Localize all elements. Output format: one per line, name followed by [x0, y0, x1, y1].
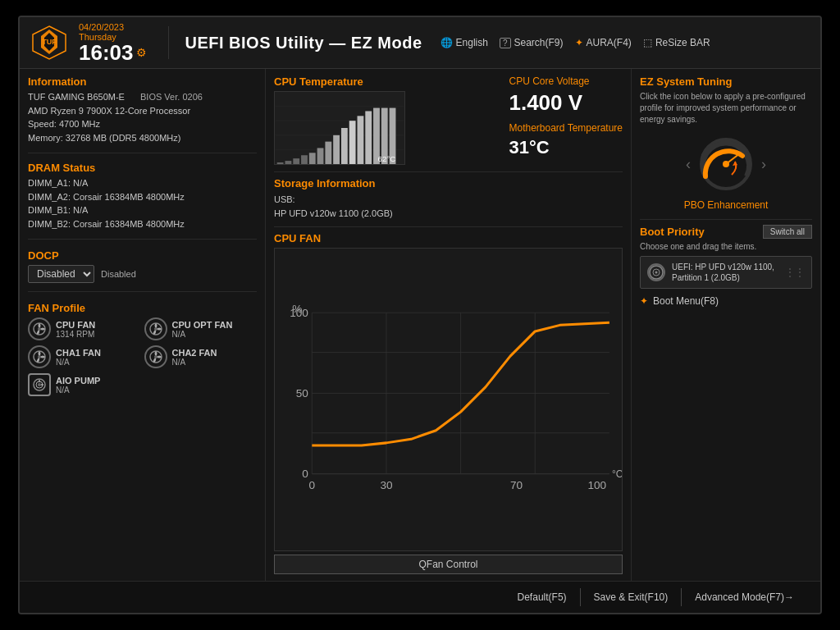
svg-rect-28 — [333, 135, 340, 164]
cpu-opt-fan-icon — [144, 317, 167, 340]
aura-button[interactable]: ✦ AURA(F4) — [575, 37, 632, 48]
svg-text:62°C: 62°C — [378, 154, 396, 163]
fan-item-cha2: CHA2 FAN N/A — [144, 345, 258, 368]
datetime-block: 04/20/2023 Thursday 16:03 ⚙ — [79, 22, 147, 63]
resize-icon: ⬚ — [643, 37, 652, 48]
drag-handle-icon[interactable]: ⋮⋮ — [785, 267, 805, 278]
cpu-temp-title: CPU Temperature — [274, 75, 500, 88]
advanced-mode-button[interactable]: Advanced Mode(F7)→ — [682, 588, 807, 606]
cpu-fan-info: CPU FAN 1314 RPM — [56, 320, 95, 339]
fan-graph-section: CPU FAN — [274, 232, 623, 574]
default-button[interactable]: Default(F5) — [504, 588, 581, 606]
settings-gear-icon[interactable]: ⚙ — [136, 46, 147, 59]
svg-rect-21 — [277, 162, 284, 164]
globe-icon: 🌐 — [441, 37, 453, 48]
fan-profile-section: FAN Profile — [28, 302, 257, 396]
docp-title: DOCP — [28, 249, 257, 262]
cpu-voltage-block: CPU Core Voltage 1.400 V Motherboard Tem… — [509, 75, 623, 165]
save-exit-button[interactable]: Save & Exit(F10) — [581, 588, 682, 606]
cha1-fan-info: CHA1 FAN N/A — [56, 348, 101, 367]
svg-point-63 — [655, 272, 658, 274]
info-speed: Speed: 4700 MHz — [28, 117, 257, 131]
svg-text:°C: °C — [612, 468, 622, 480]
cpu-temp-graph: 62°C — [274, 91, 405, 165]
svg-rect-23 — [293, 158, 299, 164]
aio-pump-info: AIO PUMP N/A — [56, 376, 100, 395]
svg-point-9 — [38, 355, 41, 358]
svg-rect-25 — [309, 153, 316, 164]
storage-usb-device: HP UFD v120w 1100 (2.0GB) — [274, 207, 623, 221]
fan-item-cpu-opt: CPU OPT FAN N/A — [144, 317, 258, 340]
pbo-gauge-icon[interactable] — [697, 135, 755, 193]
language-button[interactable]: 🌐 English — [441, 37, 488, 48]
info-cpu: AMD Ryzen 9 7900X 12-Core Processor — [28, 104, 257, 118]
ez-next-button[interactable]: › — [761, 156, 766, 173]
storage-usb-label: USB: — [274, 193, 623, 207]
docp-row: Disabled Enabled Disabled — [28, 265, 257, 283]
cpu-temp-section: CPU Temperature — [274, 75, 623, 172]
fan-grid: CPU FAN 1314 RPM — [28, 317, 257, 396]
information-title: Information — [28, 75, 257, 88]
storage-section: Storage Information USB: HP UFD v120w 11… — [274, 177, 623, 227]
boot-item-text: UEFI: HP UFD v120w 1100, Partition 1 (2.… — [672, 262, 778, 283]
dram-b1: DIMM_B1: N/A — [28, 203, 257, 217]
aio-pump-icon — [28, 373, 51, 396]
svg-text:0: 0 — [302, 468, 308, 480]
fan-item-aio: AIO PUMP N/A — [28, 373, 141, 396]
svg-rect-26 — [317, 148, 324, 164]
cpu-opt-fan-info: CPU OPT FAN N/A — [172, 320, 233, 339]
tuf-logo-icon: TUF — [31, 25, 67, 61]
boot-priority-title: Boot Priority — [640, 226, 705, 238]
svg-point-7 — [154, 327, 158, 331]
ez-prev-button[interactable]: ‹ — [686, 156, 691, 173]
svg-point-11 — [154, 355, 158, 358]
svg-text:%: % — [292, 303, 302, 315]
left-panel: Information TUF GAMING B650M-E BIOS Ver.… — [20, 69, 266, 581]
svg-text:50: 50 — [296, 387, 309, 399]
information-section: Information TUF GAMING B650M-E BIOS Ver.… — [28, 75, 257, 144]
cha2-fan-info: CHA2 FAN N/A — [172, 348, 217, 367]
boot-item[interactable]: UEFI: HP UFD v120w 1100, Partition 1 (2.… — [640, 256, 812, 289]
footer: Default(F5) Save & Exit(F10) Advanced Mo… — [20, 581, 820, 613]
right-panel: EZ System Tuning Click the icon below to… — [632, 69, 820, 581]
svg-rect-29 — [341, 128, 348, 164]
search-icon: ? — [500, 38, 511, 48]
fan-item-cha1: CHA1 FAN N/A — [28, 345, 141, 368]
svg-rect-31 — [358, 116, 364, 164]
fan-item-cpu: CPU FAN 1314 RPM — [28, 317, 141, 340]
qfan-control-button[interactable]: QFan Control — [274, 555, 623, 574]
resize-bar-button[interactable]: ⬚ ReSize BAR — [643, 37, 710, 48]
ez-system-section: EZ System Tuning Click the icon below to… — [640, 75, 812, 220]
svg-rect-27 — [325, 142, 331, 164]
svg-rect-22 — [285, 161, 292, 164]
storage-title: Storage Information — [274, 177, 623, 189]
ez-gauge-container: ‹ — [640, 132, 812, 196]
aura-icon: ✦ — [575, 37, 583, 48]
boot-menu-button[interactable]: ✦ Boot Menu(F8) — [640, 295, 812, 307]
svg-point-5 — [38, 327, 41, 331]
cha1-fan-icon — [28, 345, 51, 368]
mb-temp-value: 31°C — [509, 137, 623, 158]
time-display: 16:03 — [79, 42, 134, 63]
main-content: Information TUF GAMING B650M-E BIOS Ver.… — [20, 69, 820, 581]
svg-rect-24 — [301, 155, 308, 164]
info-model: TUF GAMING B650M-E BIOS Ver. 0206 — [28, 90, 257, 104]
boot-priority-desc: Choose one and drag the items. — [640, 242, 812, 251]
pbo-enhancement-label: PBO Enhancement — [640, 199, 812, 211]
header-nav: 🌐 English ? Search(F9) ✦ AURA(F4) ⬚ ReSi… — [441, 37, 710, 48]
mb-temp-title: Motherboard Temperature — [509, 122, 623, 134]
dram-section: DRAM Status DIMM_A1: N/A DIMM_A2: Corsai… — [28, 162, 257, 231]
svg-text:70: 70 — [510, 479, 523, 491]
dram-a2: DIMM_A2: Corsair 16384MB 4800MHz — [28, 190, 257, 204]
docp-select[interactable]: Disabled Enabled — [28, 265, 94, 283]
bios-title: UEFI BIOS Utility — EZ Mode — [185, 34, 422, 52]
svg-text:30: 30 — [380, 479, 393, 491]
boot-item-disk-icon — [647, 263, 665, 281]
switch-all-button[interactable]: Switch all — [763, 225, 812, 239]
fan-graph-area: 100 50 0 % 0 30 70 100 °C — [274, 248, 623, 551]
fan-profile-title: FAN Profile — [28, 302, 257, 314]
boot-priority-section: Boot Priority Switch all Choose one and … — [640, 225, 812, 574]
cpu-fan-icon — [28, 317, 51, 340]
search-button[interactable]: ? Search(F9) — [500, 37, 564, 48]
bios-container: TUF 04/20/2023 Thursday 16:03 ⚙ UEFI BIO… — [18, 16, 822, 614]
